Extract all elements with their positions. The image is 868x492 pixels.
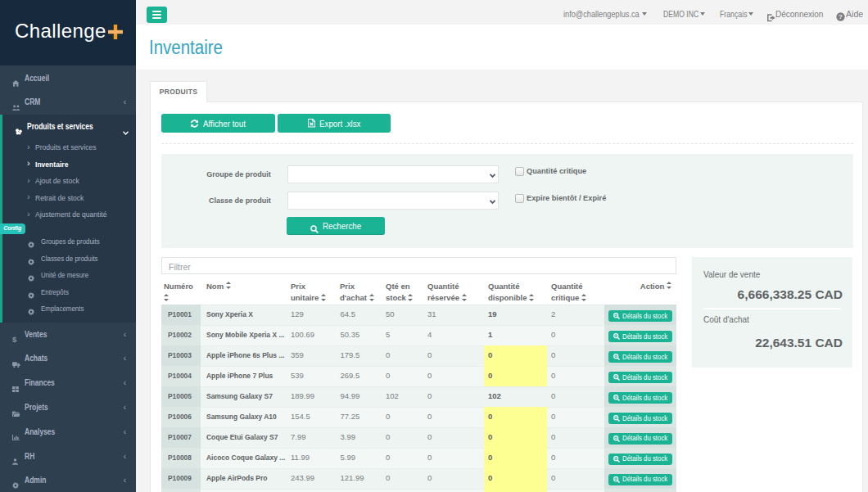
svg-text:?: ? — [839, 13, 843, 20]
